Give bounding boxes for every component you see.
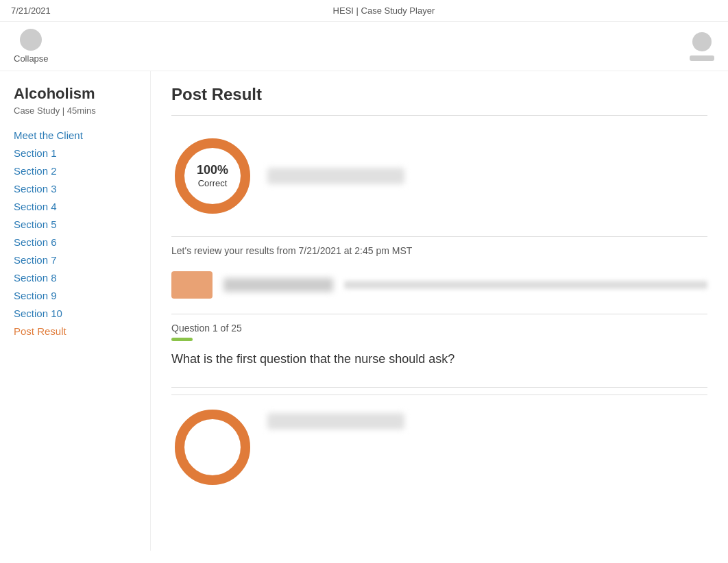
score-label: Correct [197, 178, 228, 190]
content-area: Post Result 100% Correct [151, 71, 728, 551]
collapse-label: Collapse [14, 53, 49, 64]
user-icon [692, 32, 712, 51]
second-score-right [267, 406, 707, 429]
score-blurred-bar [267, 168, 404, 184]
main-layout: Alcoholism Case Study | 45mins Meet the … [0, 71, 728, 551]
header-area: Collapse [0, 22, 728, 71]
date-label: 7/21/2021 [11, 5, 51, 16]
sidebar: Alcoholism Case Study | 45mins Meet the … [0, 71, 151, 551]
question-progress-bar [171, 338, 193, 341]
collapse-icon [20, 29, 42, 51]
sidebar-item-section-3[interactable]: Section 3 [14, 183, 136, 195]
sidebar-link-section-3[interactable]: Section 3 [14, 183, 57, 195]
sidebar-link-section-1[interactable]: Section 1 [14, 147, 57, 159]
right-icons-area [690, 32, 714, 61]
sidebar-link-post-result[interactable]: Post Result [14, 325, 66, 337]
second-score-card [171, 406, 707, 488]
collapse-button[interactable]: Collapse [14, 29, 49, 64]
sidebar-item-section-6[interactable]: Section 6 [14, 236, 136, 249]
score-divider [171, 236, 707, 237]
sidebar-link-section-7[interactable]: Section 7 [14, 254, 57, 266]
sidebar-link-section-4[interactable]: Section 4 [14, 201, 57, 212]
sidebar-item-post-result[interactable]: Post Result [14, 325, 136, 338]
sidebar-item-section-4[interactable]: Section 4 [14, 201, 136, 213]
page-title: Post Result [171, 85, 707, 104]
question-counter: Question 1 of 25 [171, 323, 707, 334]
sidebar-item-section-7[interactable]: Section 7 [14, 254, 136, 266]
app-title: HESI | Case Study Player [333, 5, 435, 16]
sidebar-item-section-1[interactable]: Section 1 [14, 147, 136, 160]
question-line-right [344, 281, 707, 289]
sidebar-item-section-5[interactable]: Section 5 [14, 218, 136, 231]
question-text: What is the first question that the nurs… [171, 352, 707, 366]
sidebar-subtitle: Case Study | 45mins [14, 105, 136, 116]
second-donut-chart [171, 406, 254, 488]
sidebar-item-meet-client[interactable]: Meet the Client [14, 129, 136, 142]
sidebar-title: Alcoholism [14, 85, 136, 103]
score-donut-chart: 100% Correct [171, 135, 254, 217]
sidebar-item-section-10[interactable]: Section 10 [14, 308, 136, 320]
sidebar-link-meet-client[interactable]: Meet the Client [14, 129, 83, 141]
sidebar-item-section-8[interactable]: Section 8 [14, 272, 136, 284]
second-divider [171, 395, 707, 395]
score-percent: 100% [197, 162, 228, 178]
score-right-panel [267, 168, 707, 184]
sidebar-link-section-10[interactable]: Section 10 [14, 308, 62, 319]
question-blurred-text [223, 278, 333, 292]
sidebar-link-section-5[interactable]: Section 5 [14, 218, 57, 230]
sidebar-link-section-9[interactable]: Section 9 [14, 290, 57, 301]
donut-label: 100% Correct [197, 162, 228, 190]
sidebar-item-section-9[interactable]: Section 9 [14, 290, 136, 302]
question-divider [171, 314, 707, 314]
sidebar-link-section-6[interactable]: Section 6 [14, 236, 57, 248]
top-bar: 7/21/2021 HESI | Case Study Player [0, 0, 728, 22]
score-card: 100% Correct [171, 124, 707, 228]
title-divider [171, 115, 707, 116]
sidebar-link-section-8[interactable]: Section 8 [14, 272, 57, 284]
question-thumbnail [171, 271, 213, 299]
second-card [171, 387, 707, 488]
question-row [171, 264, 707, 305]
review-text: Let's review your results from 7/21/2021… [171, 245, 707, 256]
second-blurred-bar [267, 413, 404, 429]
svg-point-3 [180, 414, 245, 480]
sidebar-link-section-2[interactable]: Section 2 [14, 165, 57, 177]
menu-icon [690, 55, 714, 61]
sidebar-item-section-2[interactable]: Section 2 [14, 165, 136, 177]
sidebar-nav: Meet the Client Section 1 Section 2 Sect… [14, 129, 136, 338]
